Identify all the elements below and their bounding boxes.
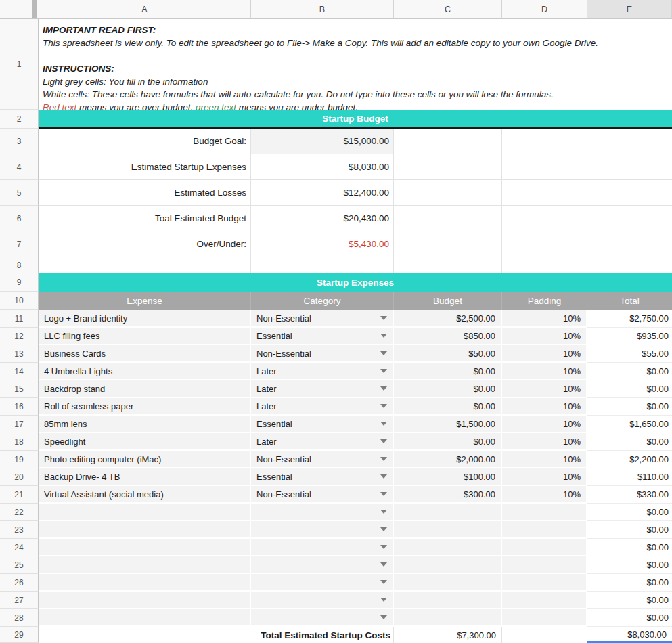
header-expense[interactable]: Expense: [39, 292, 251, 310]
empty-cell[interactable]: [587, 154, 672, 180]
cell-total[interactable]: $2,750.00: [587, 310, 672, 328]
column-header-c[interactable]: C: [394, 0, 502, 19]
header-category[interactable]: Category: [251, 292, 394, 310]
dropdown-arrow-icon[interactable]: [380, 545, 387, 549]
cell-category-dropdown[interactable]: Non-Essential: [251, 486, 394, 504]
cell-budget[interactable]: [394, 521, 502, 539]
cell-total[interactable]: $0.00: [587, 592, 672, 609]
dropdown-arrow-icon[interactable]: [380, 615, 387, 619]
row-header-4[interactable]: 4: [0, 154, 39, 180]
cell-category-dropdown[interactable]: [251, 504, 394, 521]
cell-category-dropdown[interactable]: Later: [251, 363, 394, 380]
empty-cell[interactable]: [502, 206, 587, 231]
cell-budget[interactable]: [394, 539, 502, 556]
cell-budget[interactable]: $0.00: [394, 363, 502, 380]
row-header-10[interactable]: 10: [0, 292, 39, 310]
cell-budget[interactable]: [394, 574, 502, 592]
empty-cell[interactable]: [587, 129, 672, 154]
cell-padding[interactable]: [502, 504, 587, 521]
row-header-1[interactable]: 1: [0, 19, 39, 110]
cell-expense-name[interactable]: Backdrop stand: [39, 380, 251, 398]
empty-cell[interactable]: [502, 180, 587, 206]
cell-padding[interactable]: 10%: [502, 416, 587, 433]
cell-budget-goal-label[interactable]: Budget Goal:: [39, 129, 251, 154]
cell-padding[interactable]: [502, 609, 587, 627]
column-header-d[interactable]: D: [502, 0, 587, 19]
header-budget[interactable]: Budget: [394, 292, 502, 310]
row-header-21[interactable]: 21: [0, 486, 39, 504]
cell-budget[interactable]: [394, 609, 502, 627]
cell-expense-name[interactable]: Roll of seamless paper: [39, 398, 251, 416]
row-header-28[interactable]: 28: [0, 609, 39, 627]
cell-category-dropdown[interactable]: Later: [251, 398, 394, 416]
empty-cell[interactable]: [587, 231, 672, 257]
cell-expense-name[interactable]: LLC filing fees: [39, 328, 251, 345]
row-header-26[interactable]: 26: [0, 574, 39, 592]
dropdown-arrow-icon[interactable]: [380, 439, 387, 443]
row-header-22[interactable]: 22: [0, 504, 39, 521]
cell-total[interactable]: $0.00: [587, 574, 672, 592]
cell-budget[interactable]: $1,500.00: [394, 416, 502, 433]
dropdown-arrow-icon[interactable]: [380, 422, 387, 426]
cell-expense-name[interactable]: [39, 521, 251, 539]
dropdown-arrow-icon[interactable]: [380, 562, 387, 567]
cell-estimated-losses-label[interactable]: Estimated Losses: [39, 180, 251, 206]
cell-padding[interactable]: [502, 556, 587, 574]
cell-total-budget-label[interactable]: Toal Estimated Budget: [39, 206, 251, 231]
cell-total[interactable]: $0.00: [587, 363, 672, 380]
cell-budget[interactable]: [394, 504, 502, 521]
cell-category-dropdown[interactable]: Non-Essential: [251, 451, 394, 468]
row-header-2[interactable]: 2: [0, 110, 39, 129]
dropdown-arrow-icon[interactable]: [380, 527, 387, 531]
cell-total[interactable]: $55.00: [587, 345, 672, 363]
dropdown-arrow-icon[interactable]: [380, 351, 387, 355]
empty-cell[interactable]: [502, 627, 587, 643]
cell-expense-name[interactable]: Backup Drive- 4 TB: [39, 468, 251, 486]
cell-total[interactable]: $0.00: [587, 521, 672, 539]
row-header-17[interactable]: 17: [0, 416, 39, 433]
cell-over-under-label[interactable]: Over/Under:: [39, 231, 251, 257]
cell-expense-name[interactable]: 4 Umbrella Lights: [39, 363, 251, 380]
cell-budget[interactable]: $2,000.00: [394, 451, 502, 468]
cell-instructions[interactable]: IMPORTANT READ FIRST: This spreadsheet i…: [39, 19, 672, 110]
empty-cell[interactable]: [394, 231, 502, 257]
cell-total[interactable]: $330.00: [587, 486, 672, 504]
header-total[interactable]: Total: [587, 292, 672, 310]
cell-padding[interactable]: 10%: [502, 433, 587, 451]
empty-cell[interactable]: [394, 180, 502, 206]
cell-category-dropdown[interactable]: Essential: [251, 416, 394, 433]
empty-cell[interactable]: [251, 257, 394, 273]
cell-category-dropdown[interactable]: Essential: [251, 468, 394, 486]
empty-cell[interactable]: [587, 180, 672, 206]
dropdown-arrow-icon[interactable]: [380, 580, 387, 584]
dropdown-arrow-icon[interactable]: [380, 334, 387, 338]
cell-category-dropdown[interactable]: [251, 521, 394, 539]
cell-padding[interactable]: [502, 539, 587, 556]
cell-padding[interactable]: 10%: [502, 310, 587, 328]
empty-cell[interactable]: [502, 129, 587, 154]
row-header-20[interactable]: 20: [0, 468, 39, 486]
row-header-11[interactable]: 11: [0, 310, 39, 328]
row-header-9[interactable]: 9: [0, 273, 39, 292]
cell-budget[interactable]: $300.00: [394, 486, 502, 504]
cell-total[interactable]: $0.00: [587, 504, 672, 521]
cell-expense-name[interactable]: [39, 592, 251, 609]
cell-budget[interactable]: $2,500.00: [394, 310, 502, 328]
cell-budget[interactable]: [394, 592, 502, 609]
column-header-e[interactable]: E: [587, 0, 672, 19]
cell-total[interactable]: $0.00: [587, 398, 672, 416]
cell-category-dropdown[interactable]: Non-Essential: [251, 310, 394, 328]
cell-padding[interactable]: [502, 574, 587, 592]
cell-category-dropdown[interactable]: [251, 592, 394, 609]
dropdown-arrow-icon[interactable]: [380, 316, 387, 320]
cell-padding[interactable]: 10%: [502, 451, 587, 468]
cell-padding[interactable]: [502, 521, 587, 539]
cell-category-dropdown[interactable]: Non-Essential: [251, 345, 394, 363]
cell-expense-name[interactable]: Business Cards: [39, 345, 251, 363]
cell-budget[interactable]: $850.00: [394, 328, 502, 345]
cell-budget[interactable]: $100.00: [394, 468, 502, 486]
empty-cell[interactable]: [394, 129, 502, 154]
cell-total[interactable]: $0.00: [587, 539, 672, 556]
cell-category-dropdown[interactable]: [251, 574, 394, 592]
cell-expense-name[interactable]: [39, 574, 251, 592]
